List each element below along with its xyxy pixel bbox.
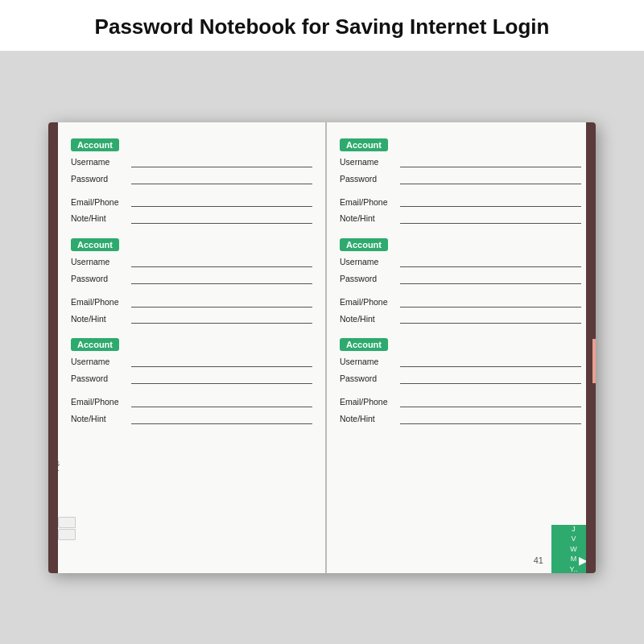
right-note-label-3: Note/Hint: [340, 412, 398, 426]
right-password-row-2: Password: [340, 272, 581, 286]
left-note-label-3: Note/Hint: [71, 412, 129, 426]
left-username-label-1: Username: [71, 155, 129, 169]
right-email-label-2: Email/Phone: [340, 295, 398, 309]
right-account-label-1: Account: [340, 138, 388, 151]
left-username-line-3: [131, 366, 312, 367]
left-account-block-1: Account Username Password Email/Phone: [71, 137, 312, 229]
page-number: 41: [534, 555, 543, 565]
right-email-label-1: Email/Phone: [340, 196, 398, 209]
right-page: Account Username Password Email/Phone: [327, 122, 596, 573]
right-note-line-1: [400, 223, 581, 224]
right-password-label-3: Password: [340, 372, 398, 386]
left-email-label-2: Email/Phone: [71, 295, 129, 309]
right-username-row-1: Username: [340, 155, 581, 169]
right-email-row-2: Email/Phone: [340, 295, 581, 309]
left-email-label-3: Email/Phone: [71, 395, 129, 409]
right-username-line-1: [400, 167, 581, 167]
scene: S T Account Username Password: [0, 52, 644, 644]
corner-tab-text: JVWMY..: [570, 524, 578, 573]
left-note-row-1: Note/Hint: [71, 212, 312, 225]
left-tab-1: [58, 517, 76, 528]
page-header: Password Notebook for Saving Internet Lo…: [0, 0, 644, 52]
right-note-line-2: [400, 323, 581, 324]
left-password-line-1: [131, 184, 312, 184]
left-username-line-1: [131, 167, 312, 167]
right-email-line-1: [400, 206, 581, 207]
left-email-line-1: [131, 206, 312, 207]
left-email-line-3: [131, 407, 312, 407]
left-username-label-2: Username: [71, 255, 129, 269]
right-email-line-3: [400, 407, 581, 407]
right-account-label-3: Account: [340, 338, 388, 351]
left-password-label-3: Password: [71, 372, 129, 386]
left-note-line-2: [131, 323, 312, 324]
right-email-row-1: Email/Phone: [340, 196, 581, 209]
right-password-line-3: [400, 383, 581, 384]
notebook: S T Account Username Password: [48, 122, 596, 573]
right-password-line-1: [400, 184, 581, 184]
right-email-row-3: Email/Phone: [340, 395, 581, 409]
left-note-label-2: Note/Hint: [71, 312, 129, 326]
left-password-row-1: Password: [71, 172, 312, 186]
right-note-row-1: Note/Hint: [340, 212, 581, 225]
right-username-line-3: [400, 366, 581, 367]
right-password-label-2: Password: [340, 272, 398, 286]
right-username-label-1: Username: [340, 155, 398, 169]
right-username-label-3: Username: [340, 355, 398, 369]
right-password-line-2: [400, 283, 581, 284]
left-note-row-3: Note/Hint: [71, 412, 312, 426]
left-page: S T Account Username Password: [48, 122, 327, 573]
left-note-row-2: Note/Hint: [71, 312, 312, 326]
left-note-line-3: [131, 423, 312, 424]
right-username-line-2: [400, 266, 581, 267]
left-account-block-3: Account Username Password Email/Phone: [71, 336, 312, 428]
right-account-label-2: Account: [340, 238, 388, 251]
left-tab-2: [58, 529, 76, 540]
notebook-pages: S T Account Username Password: [48, 122, 596, 573]
left-email-line-2: [131, 307, 312, 308]
right-note-line-3: [400, 423, 581, 424]
right-username-row-3: Username: [340, 355, 581, 369]
right-account-block-3: Account Username Password Email/Phone: [340, 336, 581, 428]
right-note-label-1: Note/Hint: [340, 212, 398, 225]
left-email-row-1: Email/Phone: [71, 196, 312, 209]
left-password-label-2: Password: [71, 272, 129, 286]
left-password-line-3: [131, 383, 312, 384]
right-note-row-2: Note/Hint: [340, 312, 581, 326]
right-password-label-1: Password: [340, 172, 398, 186]
left-email-row-2: Email/Phone: [71, 295, 312, 309]
left-password-row-3: Password: [71, 372, 312, 386]
left-account-block-2: Account Username Password Email/Phone: [71, 237, 312, 328]
left-password-label-1: Password: [71, 172, 129, 186]
bookmark-tab: [592, 339, 596, 383]
right-username-label-2: Username: [340, 255, 398, 269]
left-email-row-3: Email/Phone: [71, 395, 312, 409]
left-username-row-3: Username: [71, 355, 312, 369]
right-account-block-1: Account Username Password Email/Phone: [340, 137, 581, 229]
right-password-row-1: Password: [340, 172, 581, 186]
left-username-line-2: [131, 266, 312, 267]
page-title: Password Notebook for Saving Internet Lo…: [16, 14, 628, 39]
left-note-line-1: [131, 223, 312, 224]
right-username-row-2: Username: [340, 255, 581, 269]
notebook-spine-left: [48, 122, 58, 573]
left-note-label-1: Note/Hint: [71, 212, 129, 225]
right-note-row-3: Note/Hint: [340, 412, 581, 426]
right-account-block-2: Account Username Password Email/Phone: [340, 237, 581, 328]
left-account-label-1: Account: [71, 138, 119, 151]
right-email-line-2: [400, 307, 581, 308]
left-password-line-2: [131, 283, 312, 284]
left-account-label-3: Account: [71, 338, 119, 351]
right-note-label-2: Note/Hint: [340, 312, 398, 326]
left-username-row-1: Username: [71, 155, 312, 169]
left-username-row-2: Username: [71, 255, 312, 269]
left-account-label-2: Account: [71, 238, 119, 251]
left-page-tabs: [58, 517, 76, 541]
right-password-row-3: Password: [340, 372, 581, 386]
left-username-label-3: Username: [71, 355, 129, 369]
left-email-label-1: Email/Phone: [71, 196, 129, 209]
right-email-label-3: Email/Phone: [340, 395, 398, 409]
left-password-row-2: Password: [71, 272, 312, 286]
